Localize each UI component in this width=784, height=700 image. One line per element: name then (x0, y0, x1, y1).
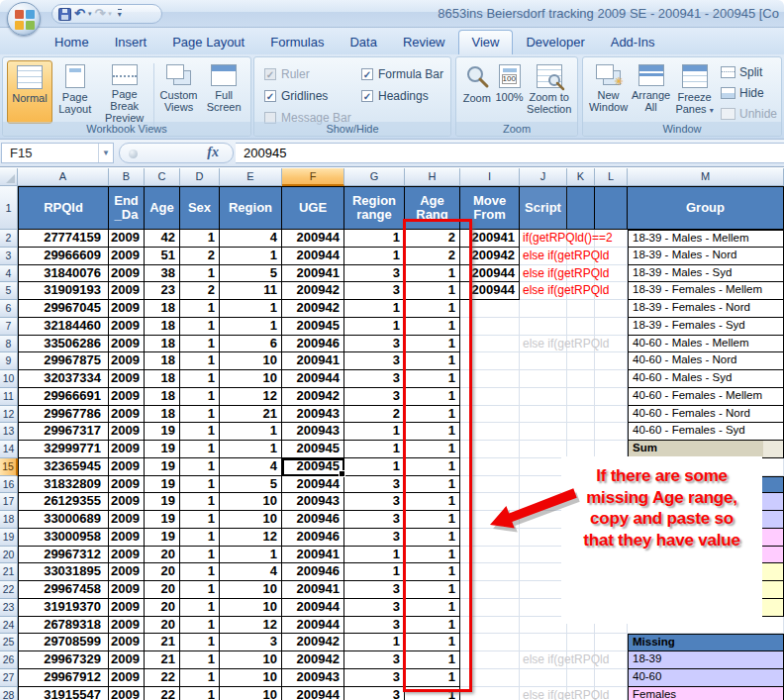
cell-B18[interactable]: 2009 (109, 511, 145, 529)
cell-B13[interactable]: 2009 (109, 423, 145, 441)
cell-D28[interactable]: 1 (180, 687, 220, 700)
cell-A16[interactable]: 31832809 (18, 476, 109, 494)
tab-review[interactable]: Review (390, 31, 458, 54)
cell-B9[interactable]: 2009 (109, 352, 145, 370)
cell-L10[interactable] (595, 370, 628, 388)
full-screen-button[interactable]: Full Screen (201, 60, 246, 124)
cell-E19[interactable]: 12 (220, 529, 282, 547)
cell-D5[interactable]: 2 (180, 282, 220, 300)
row-header-25[interactable]: 25 (0, 634, 18, 651)
cell-F21[interactable]: 200946 (282, 563, 344, 581)
tab-page-layout[interactable]: Page Layout (159, 31, 257, 54)
cell-C6[interactable]: 18 (145, 300, 180, 318)
cell-F22[interactable]: 200941 (282, 581, 344, 599)
cell-L6[interactable] (595, 300, 628, 318)
cell-M8[interactable]: 40-60 - Males - Mellem (628, 336, 784, 353)
cell-C17[interactable]: 19 (145, 493, 180, 511)
cell-E5[interactable]: 11 (220, 282, 282, 300)
cell-A27[interactable]: 29967912 (18, 669, 109, 687)
cell-E3[interactable]: 1 (220, 248, 282, 265)
select-all-corner[interactable] (0, 168, 18, 186)
cell-A9[interactable]: 29967875 (18, 352, 109, 370)
cell-C19[interactable]: 19 (145, 529, 180, 547)
cell-D9[interactable]: 1 (180, 352, 220, 370)
row-header-12[interactable]: 12 (0, 406, 18, 424)
formula-input[interactable]: 200945 (236, 143, 784, 163)
cell-F5[interactable]: 200942 (282, 282, 344, 300)
column-header-I[interactable]: I (460, 168, 520, 186)
row-header-21[interactable]: 21 (0, 563, 18, 581)
cell-F12[interactable]: 200943 (282, 406, 344, 424)
cell-J13[interactable] (520, 423, 567, 441)
column-header-A[interactable]: A (18, 168, 109, 186)
cell-C25[interactable]: 21 (145, 634, 180, 651)
cell-L13[interactable] (595, 423, 628, 441)
cell-L27[interactable] (595, 669, 628, 687)
cell-C22[interactable]: 20 (145, 581, 180, 599)
cell-M25[interactable]: Missing (628, 634, 784, 651)
cell-A23[interactable]: 31919370 (18, 599, 109, 617)
cell-A20[interactable]: 29967312 (18, 547, 109, 564)
cell-E22[interactable]: 10 (220, 581, 282, 599)
cell-J24[interactable] (520, 617, 567, 635)
cell-D15[interactable]: 1 (180, 458, 220, 476)
cell-F16[interactable]: 200944 (282, 476, 344, 494)
cell-L9[interactable] (595, 352, 628, 370)
cell-K27[interactable] (567, 669, 595, 687)
cell-L25[interactable] (595, 634, 628, 651)
cell-E21[interactable]: 4 (220, 563, 282, 581)
cell-G12[interactable]: 2 (344, 406, 405, 424)
cell-B17[interactable]: 2009 (109, 493, 145, 511)
cell-B23[interactable]: 2009 (109, 599, 145, 617)
cell-B8[interactable]: 2009 (109, 336, 145, 353)
cell-C10[interactable]: 18 (145, 370, 180, 388)
cell-F7[interactable]: 200945 (282, 318, 344, 336)
cell-E13[interactable]: 1 (220, 423, 282, 441)
custom-views-button[interactable]: Custom Views (156, 60, 202, 124)
column-header-D[interactable]: D (180, 168, 220, 186)
cell-M2[interactable]: 18-39 - Males - Mellem (628, 230, 784, 248)
row-header-11[interactable]: 11 (0, 388, 18, 406)
cell-A17[interactable]: 26129355 (18, 493, 109, 511)
row-header-2[interactable]: 2 (0, 230, 18, 248)
cell-G24[interactable]: 3 (344, 617, 405, 635)
cell-M10[interactable]: 40-60 - Males - Syd (628, 370, 784, 388)
row-header-5[interactable]: 5 (0, 282, 18, 300)
row-header-19[interactable]: 19 (0, 529, 18, 547)
column-header-F[interactable]: F (282, 168, 344, 186)
cell-B12[interactable]: 2009 (109, 406, 145, 424)
cell-G4[interactable]: 3 (344, 265, 405, 283)
cell-C12[interactable]: 18 (145, 406, 180, 424)
cell-E17[interactable]: 10 (220, 493, 282, 511)
cell-G22[interactable]: 3 (344, 581, 405, 599)
cell-D3[interactable]: 2 (180, 248, 220, 265)
cell-D16[interactable]: 1 (180, 476, 220, 494)
cell-K6[interactable] (567, 300, 595, 318)
cell-A3[interactable]: 29966609 (18, 248, 109, 265)
cell-K7[interactable] (567, 318, 595, 336)
header-cell-G1[interactable]: Region range (344, 186, 405, 230)
cell-D27[interactable]: 1 (180, 669, 220, 687)
cell-C28[interactable]: 22 (145, 687, 180, 700)
cell-B26[interactable]: 2009 (109, 651, 145, 669)
cell-B16[interactable]: 2009 (109, 476, 145, 494)
cell-G16[interactable]: 3 (344, 476, 405, 494)
cell-B25[interactable]: 2009 (109, 634, 145, 651)
cell-F11[interactable]: 200942 (282, 388, 344, 406)
cell-A24[interactable]: 26789318 (18, 617, 109, 635)
cell-G19[interactable]: 3 (344, 529, 405, 547)
cell-J5-script[interactable]: else if(getRPQld (523, 283, 627, 300)
cell-C9[interactable]: 18 (145, 352, 180, 370)
cell-J11[interactable] (520, 388, 567, 406)
row-header-20[interactable]: 20 (0, 547, 18, 564)
page-layout-view-button[interactable]: Page Layout (52, 60, 98, 124)
header-cell-D1[interactable]: Sex (180, 186, 220, 230)
cell-G7[interactable]: 1 (344, 318, 405, 336)
cell-J12[interactable] (520, 406, 567, 424)
column-header-E[interactable]: E (220, 168, 282, 186)
cell-D11[interactable]: 1 (180, 388, 220, 406)
cell-G21[interactable]: 1 (344, 563, 405, 581)
cell-E14[interactable]: 1 (220, 441, 282, 458)
cell-E16[interactable]: 5 (220, 476, 282, 494)
cell-M28[interactable]: Females (628, 687, 784, 700)
